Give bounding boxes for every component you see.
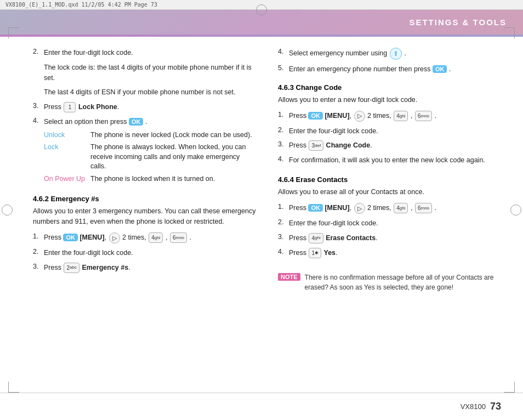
reg-mark-left <box>2 205 13 215</box>
nav-btn-462: ▷ <box>109 232 120 243</box>
nav-btn-463: ▷ <box>354 111 365 122</box>
key-4-462: 4ghi <box>149 232 163 243</box>
reg-mark-right <box>510 205 521 215</box>
right-item-4: 4. Select emergency number using ⬆ . <box>278 48 501 60</box>
ok-btn-464-1: OK <box>308 204 323 212</box>
item-4: 4. Select an option then press OK . <box>33 117 256 127</box>
right-column: 4. Select emergency number using ⬆ . 5. … <box>278 48 501 379</box>
lock-term: Lock <box>44 143 90 172</box>
option-lock: Lock The phone is always locked. When lo… <box>44 143 256 172</box>
463-item-4-text: For confirmation, it will ask you to ent… <box>289 155 501 166</box>
item-4-content: Select an option then press OK . <box>44 117 256 127</box>
section-464-title: 4.6.4 Erase Contacts <box>278 175 501 184</box>
section-464: 4.6.4 Erase Contacts Allows you to erase… <box>278 175 501 258</box>
464-item-3: 3. Press 4ghi Erase Contacts. <box>278 233 501 243</box>
footer: VX8100 73 <box>0 393 523 420</box>
section-462: 4.6.2 Emergency #s Allows you to enter 3… <box>33 195 256 273</box>
section-462-intro: Allows you to enter 3 emergency numbers.… <box>33 206 256 227</box>
key-4-464: 4ghi <box>394 203 408 213</box>
note-text: There is no confirmation message before … <box>305 273 501 292</box>
option-unlock: Unlock The phone is never locked (Lock m… <box>44 130 256 140</box>
lock-desc: The phone is always locked. When locked,… <box>90 143 256 172</box>
unlock-desc: The phone is never locked (Lock mode can… <box>90 130 256 140</box>
section-463: 4.6.3 Change Code Allows you to enter a … <box>278 83 501 166</box>
crop-mark-tl <box>8 27 19 38</box>
item-2-content: Enter the four-digit lock code. <box>44 48 256 58</box>
note-box: NOTE There is no confirmation message be… <box>278 268 501 297</box>
unlock-term: Unlock <box>44 130 90 140</box>
key-6-463: 6mno <box>415 111 432 121</box>
462-item-3: 3. Press 2abc Emergency #s. <box>33 263 256 273</box>
right-item-5: 5. Enter an emergency phone number then … <box>278 64 501 75</box>
crop-mark-tr <box>504 27 515 38</box>
main-content: 2. Enter the four-digit lock code. The l… <box>0 37 523 390</box>
key-4-463: 4ghi <box>394 111 408 121</box>
ok-btn-right-5: OK <box>433 65 447 73</box>
onpowerup-desc: The phone is locked when it is turned on… <box>90 174 256 184</box>
ok-button-4: OK <box>129 118 144 126</box>
nav-btn-464: ▷ <box>354 203 365 214</box>
menu-label-462: [MENU] <box>79 234 104 241</box>
item-3-number: 3. <box>33 102 44 110</box>
key-1-464: 1✱ <box>309 248 321 258</box>
key-2-462: 2abc <box>64 263 79 273</box>
item-3-content: Press 1 Lock Phone. <box>44 102 256 112</box>
463-item-2-text: Enter the four-digit lock code. <box>289 126 501 137</box>
item-2: 2. Enter the four-digit lock code. <box>33 48 256 58</box>
section-463-intro: Allows you to enter a new four-digit loc… <box>278 95 501 105</box>
462-item-3-bold: Emergency #s <box>82 264 128 271</box>
462-item-2-text: Enter the four-digit lock code. <box>44 248 256 258</box>
left-column: 2. Enter the four-digit lock code. The l… <box>33 48 256 379</box>
463-item-4: 4. For confirmation, it will ask you to … <box>278 155 501 166</box>
item-3-bold: Lock Phone <box>78 103 117 111</box>
crop-mark-bl <box>8 382 19 393</box>
section-464-intro: Allows you to erase all of your Contacts… <box>278 187 501 197</box>
section-462-title: 4.6.2 Emergency #s <box>33 195 256 203</box>
key-4ghi-464: 4ghi <box>309 233 323 243</box>
ok-btn-463-1: OK <box>308 112 323 120</box>
464-item-2: 2. Enter the four-digit lock code. <box>278 218 501 229</box>
ok-btn-462-1: OK <box>63 234 78 241</box>
reg-mark-top <box>256 4 267 15</box>
footer-page: 73 <box>490 401 501 412</box>
key-3-463: 3def <box>309 140 323 151</box>
key-6-462: 6mno <box>170 232 187 243</box>
464-item-2-text: Enter the four-digit lock code. <box>289 218 501 229</box>
464-item-1: 1. Press OK [MENU], ▷ 2 times, 4ghi , 6m… <box>278 203 501 214</box>
item-2-sub1: The lock code is: the last 4 digits of y… <box>44 63 256 83</box>
463-item-1: 1. Press OK [MENU], ▷ 2 times, 4ghi , 6m… <box>278 111 501 122</box>
footer-model: VX8100 <box>461 402 486 411</box>
key-1-lock: 1 <box>64 102 76 112</box>
option-onpowerup: On Power Up The phone is locked when it … <box>44 174 256 184</box>
item-4-number: 4. <box>33 117 44 124</box>
options-table: Unlock The phone is never locked (Lock m… <box>44 130 256 184</box>
key-6-464: 6mno <box>415 203 432 213</box>
nav-btn-right-4: ⬆ <box>390 48 402 60</box>
item-2-number: 2. <box>33 48 44 55</box>
463-item-3: 3. Press 3def Change Code. <box>278 140 501 151</box>
464-item-4: 4. Press 1✱ Yes. <box>278 248 501 258</box>
section-463-title: 4.6.3 Change Code <box>278 83 501 92</box>
item-2-sub2: The last 4 digits of ESN if your mobile … <box>44 87 256 98</box>
header-title: SETTINGS & TOOLS <box>409 18 507 27</box>
462-item-2: 2. Enter the four-digit lock code. <box>33 248 256 258</box>
note-label: NOTE <box>278 273 300 281</box>
463-item-2: 2. Enter the four-digit lock code. <box>278 126 501 137</box>
onpowerup-term: On Power Up <box>44 174 90 184</box>
462-item-1: 1. Press OK [MENU], ▷ 2 times, 4ghi , 6m… <box>33 232 256 243</box>
item-3: 3. Press 1 Lock Phone. <box>33 102 256 112</box>
crop-mark-br <box>504 382 515 393</box>
